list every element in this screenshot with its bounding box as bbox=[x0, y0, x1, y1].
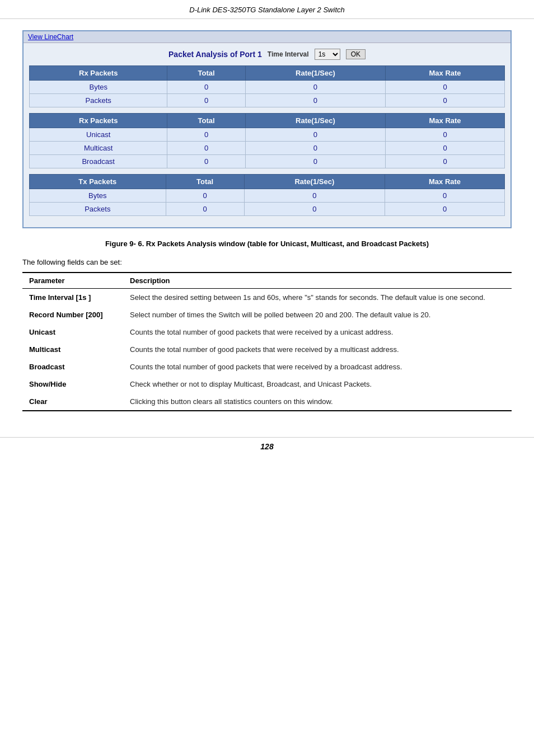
col-tx-packets: Tx Packets bbox=[30, 175, 166, 189]
table-row: Time Interval [1s ]Select the desired se… bbox=[22, 289, 512, 307]
row-maxrate: 0 bbox=[385, 203, 505, 216]
param-name: Time Interval [1s ] bbox=[22, 289, 123, 307]
col-total-3: Total bbox=[166, 175, 244, 189]
panel-titlebar-label: View LineChart bbox=[28, 33, 73, 41]
table-row: Packets 0 0 0 bbox=[30, 94, 505, 107]
rx-bytes-table: Rx Packets Total Rate(1/Sec) Max Rate By… bbox=[29, 65, 505, 107]
param-description: Select number of times the Switch will b… bbox=[123, 306, 512, 323]
table-row: Bytes 0 0 0 bbox=[30, 189, 505, 203]
param-description: Counts the total number of good packets … bbox=[123, 323, 512, 341]
row-label: Bytes bbox=[30, 189, 166, 203]
time-interval-select[interactable]: 1s 5s 10s 30s 60s bbox=[315, 49, 340, 60]
packet-tables: Rx Packets Total Rate(1/Sec) Max Rate By… bbox=[24, 63, 510, 227]
table-row: MulticastCounts the total number of good… bbox=[22, 341, 512, 358]
col-maxrate-1: Max Rate bbox=[386, 66, 505, 81]
col-total-2: Total bbox=[167, 114, 245, 128]
col-maxrate-3: Max Rate bbox=[385, 175, 505, 189]
table-row: Unicast 0 0 0 bbox=[30, 128, 505, 142]
row-maxrate: 0 bbox=[386, 155, 505, 168]
row-total: 0 bbox=[167, 155, 245, 168]
time-interval-label: Time Interval bbox=[268, 50, 309, 58]
panel-titlebar[interactable]: View LineChart bbox=[24, 31, 510, 43]
desc-table-wrapper: Parameter Description Time Interval [1s … bbox=[22, 272, 512, 411]
row-total: 0 bbox=[166, 203, 244, 216]
param-name: Unicast bbox=[22, 323, 123, 341]
param-name: Clear bbox=[22, 393, 123, 411]
row-maxrate: 0 bbox=[386, 81, 505, 94]
page-footer: 128 bbox=[0, 437, 534, 456]
row-label: Bytes bbox=[30, 81, 167, 94]
row-rate: 0 bbox=[245, 94, 385, 107]
row-total: 0 bbox=[167, 128, 245, 142]
row-maxrate: 0 bbox=[385, 189, 505, 203]
row-maxrate: 0 bbox=[386, 128, 505, 142]
desc-col-header: Description bbox=[123, 273, 512, 289]
row-rate: 0 bbox=[245, 81, 385, 94]
col-rate-3: Rate(1/Sec) bbox=[244, 175, 385, 189]
param-description: Clicking this button clears all statisti… bbox=[123, 393, 512, 411]
row-rate: 0 bbox=[245, 142, 385, 155]
row-total: 0 bbox=[167, 142, 245, 155]
header-title: D-Link DES-3250TG Standalone Layer 2 Swi… bbox=[189, 6, 344, 14]
row-rate: 0 bbox=[245, 128, 385, 142]
param-description: Counts the total number of good packets … bbox=[123, 358, 512, 375]
row-maxrate: 0 bbox=[386, 94, 505, 107]
row-total: 0 bbox=[166, 189, 244, 203]
row-total: 0 bbox=[167, 94, 245, 107]
page-number: 128 bbox=[260, 442, 273, 451]
row-label: Packets bbox=[30, 203, 166, 216]
col-maxrate-2: Max Rate bbox=[386, 114, 505, 128]
panel-heading: Packet Analysis of Port 1 bbox=[168, 50, 262, 59]
col-rx-packets-2: Rx Packets bbox=[30, 114, 167, 128]
row-label-broadcast: Broadcast bbox=[30, 155, 167, 168]
param-name: Show/Hide bbox=[22, 375, 123, 393]
row-total: 0 bbox=[167, 81, 245, 94]
param-name: Record Number [200] bbox=[22, 306, 123, 323]
col-rate-1: Rate(1/Sec) bbox=[245, 66, 385, 81]
param-name: Multicast bbox=[22, 341, 123, 358]
rx-packets-section: Rx Packets Total Rate(1/Sec) Max Rate Un… bbox=[29, 113, 505, 168]
row-maxrate: 0 bbox=[386, 142, 505, 155]
panel-header-row: Packet Analysis of Port 1 Time Interval … bbox=[24, 43, 510, 63]
description-table: Parameter Description Time Interval [1s … bbox=[22, 272, 512, 411]
table-row: ClearClicking this button clears all sta… bbox=[22, 393, 512, 411]
fields-intro: The following fields can be set: bbox=[22, 258, 512, 266]
table-row: Record Number [200]Select number of time… bbox=[22, 306, 512, 323]
table-row: UnicastCounts the total number of good p… bbox=[22, 323, 512, 341]
col-rate-2: Rate(1/Sec) bbox=[245, 114, 385, 128]
ok-button[interactable]: OK bbox=[346, 49, 366, 59]
tx-packets-table: Tx Packets Total Rate(1/Sec) Max Rate By… bbox=[29, 174, 505, 216]
table-row: Packets 0 0 0 bbox=[30, 203, 505, 216]
param-description: Counts the total number of good packets … bbox=[123, 341, 512, 358]
tx-packets-section: Tx Packets Total Rate(1/Sec) Max Rate By… bbox=[29, 174, 505, 216]
row-label: Multicast bbox=[30, 142, 167, 155]
panel: View LineChart Packet Analysis of Port 1… bbox=[22, 30, 512, 228]
col-rx-packets-1: Rx Packets bbox=[30, 66, 167, 81]
main-content: View LineChart Packet Analysis of Port 1… bbox=[0, 19, 534, 431]
row-label: Unicast bbox=[30, 128, 167, 142]
param-col-header: Parameter bbox=[22, 273, 123, 289]
param-description: Select the desired setting between 1s an… bbox=[123, 289, 512, 307]
row-rate: 0 bbox=[244, 189, 385, 203]
table-row: Broadcast 0 0 0 bbox=[30, 155, 505, 168]
param-name: Broadcast bbox=[22, 358, 123, 375]
figure-caption: Figure 9- 6. Rx Packets Analysis window … bbox=[22, 240, 512, 248]
row-rate: 0 bbox=[244, 203, 385, 216]
table-row: BroadcastCounts the total number of good… bbox=[22, 358, 512, 375]
row-label: Packets bbox=[30, 94, 167, 107]
page-header: D-Link DES-3250TG Standalone Layer 2 Swi… bbox=[0, 0, 534, 19]
table-row: Multicast 0 0 0 bbox=[30, 142, 505, 155]
rx-packets-table: Rx Packets Total Rate(1/Sec) Max Rate Un… bbox=[29, 113, 505, 168]
table-row: Show/HideCheck whether or not to display… bbox=[22, 375, 512, 393]
param-description: Check whether or not to display Multicas… bbox=[123, 375, 512, 393]
row-rate: 0 bbox=[245, 155, 385, 168]
table-row: Bytes 0 0 0 bbox=[30, 81, 505, 94]
rx-bytes-section: Rx Packets Total Rate(1/Sec) Max Rate By… bbox=[29, 65, 505, 107]
col-total-1: Total bbox=[167, 66, 245, 81]
